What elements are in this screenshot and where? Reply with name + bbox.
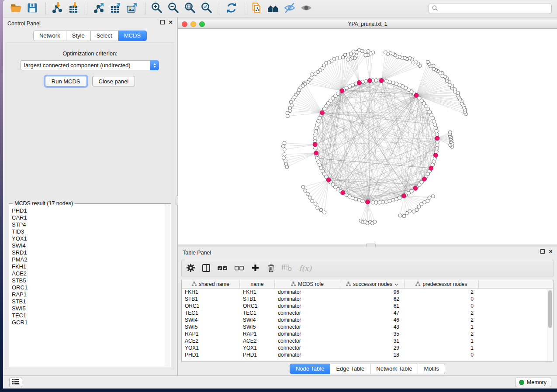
network-node[interactable]: [384, 79, 388, 83]
network-node[interactable]: [435, 146, 439, 150]
cell-name[interactable]: YOX1: [240, 344, 275, 351]
table-row[interactable]: STB1STB1dominator620: [182, 296, 547, 303]
close-panel-icon[interactable]: ×: [549, 249, 553, 254]
show-columns-button[interactable]: [202, 263, 211, 274]
dominator-node[interactable]: [340, 89, 344, 93]
dominator-node[interactable]: [429, 166, 433, 170]
open-button[interactable]: [8, 2, 23, 16]
network-node[interactable]: [435, 129, 438, 133]
tab-edge-table[interactable]: Edge Table: [330, 364, 370, 374]
mcds-result-item[interactable]: STP4: [12, 221, 163, 228]
network-node[interactable]: [313, 136, 317, 140]
cell-shared-name[interactable]: ORC1: [182, 303, 240, 309]
cell-predecessor-nodes[interactable]: 0: [405, 303, 479, 309]
refresh-button[interactable]: [224, 2, 239, 16]
network-node[interactable]: [374, 79, 378, 82]
cell-name[interactable]: TEC1: [240, 309, 275, 316]
cell-shared-name[interactable]: FKH1: [182, 289, 240, 296]
cell-shared-name[interactable]: PHD1: [182, 351, 240, 358]
cell-mcds-role[interactable]: dominator: [275, 296, 340, 303]
dominator-node[interactable]: [402, 194, 406, 198]
network-node[interactable]: [398, 214, 402, 217]
mcds-result-item[interactable]: ORC1: [12, 284, 163, 291]
network-node[interactable]: [304, 189, 307, 193]
network-node[interactable]: [316, 206, 319, 210]
network-node[interactable]: [289, 100, 293, 104]
column-header-shared-name[interactable]: shared name: [182, 280, 240, 288]
table-row[interactable]: SWI4SWI4dominator462: [182, 316, 547, 323]
dominator-node[interactable]: [314, 151, 318, 155]
network-node[interactable]: [378, 201, 381, 204]
tab-network[interactable]: Network: [33, 31, 66, 41]
network-node[interactable]: [388, 80, 391, 83]
network-node[interactable]: [398, 196, 401, 199]
network-node[interactable]: [283, 153, 286, 156]
table-row[interactable]: YOX1YOX1connector291: [182, 344, 547, 351]
dominator-node[interactable]: [414, 93, 419, 97]
network-node[interactable]: [319, 208, 323, 212]
cell-successor-nodes[interactable]: 62: [340, 296, 405, 303]
cell-shared-name[interactable]: SWI5: [182, 323, 240, 330]
dominator-node[interactable]: [357, 80, 361, 85]
network-node[interactable]: [285, 165, 289, 169]
show-all-button[interactable]: [299, 2, 314, 16]
task-history-button[interactable]: [9, 378, 22, 387]
network-node[interactable]: [314, 72, 317, 76]
maximize-window-light[interactable]: [199, 21, 205, 27]
cell-name[interactable]: SWI4: [240, 316, 275, 323]
cell-predecessor-nodes[interactable]: 1: [405, 337, 479, 344]
close-panel-button[interactable]: Close panel: [92, 76, 135, 86]
mcds-result-item[interactable]: STB1: [12, 298, 163, 305]
run-mcds-button[interactable]: Run MCDS: [45, 76, 87, 86]
network-node[interactable]: [426, 199, 429, 203]
cell-shared-name[interactable]: SWI4: [182, 316, 240, 323]
table-row[interactable]: FKH1FKH1dominator962: [182, 289, 547, 296]
cell-shared-name[interactable]: RAP1: [182, 330, 240, 337]
unselect-all-columns-button[interactable]: [235, 263, 244, 274]
column-header-predecessor-nodes[interactable]: predecessor nodes: [405, 280, 479, 288]
cell-successor-nodes[interactable]: 61: [340, 303, 405, 309]
cell-name[interactable]: PHD1: [240, 351, 275, 358]
cell-mcds-role[interactable]: connector: [275, 323, 340, 330]
dominator-node[interactable]: [413, 186, 418, 190]
network-node[interactable]: [314, 133, 317, 136]
cell-mcds-role[interactable]: dominator: [275, 289, 340, 296]
network-node[interactable]: [308, 196, 311, 199]
zoom-selected-button[interactable]: [199, 2, 214, 16]
network-node[interactable]: [384, 200, 388, 203]
network-node[interactable]: [306, 192, 309, 196]
memory-button[interactable]: Memory: [515, 378, 551, 387]
zoom-fit-button[interactable]: [183, 2, 197, 16]
zoom-in-button[interactable]: [149, 2, 164, 16]
cell-predecessor-nodes[interactable]: 2: [405, 309, 479, 316]
cell-mcds-role[interactable]: connector: [275, 344, 340, 351]
export-network-button[interactable]: [91, 2, 106, 16]
select-all-columns-button[interactable]: [218, 263, 228, 274]
cell-predecessor-nodes[interactable]: 2: [405, 289, 479, 296]
network-node[interactable]: [284, 159, 287, 162]
network-node[interactable]: [355, 50, 358, 54]
dominator-node[interactable]: [341, 190, 345, 195]
network-node[interactable]: [434, 126, 437, 130]
cell-shared-name[interactable]: YOX1: [182, 344, 240, 351]
mcds-result-item[interactable]: TEC1: [12, 312, 163, 319]
cell-name[interactable]: ACE2: [240, 337, 275, 344]
network-node[interactable]: [415, 208, 419, 212]
cell-successor-nodes[interactable]: 29: [340, 344, 405, 351]
mcds-result-item[interactable]: CAR1: [12, 214, 163, 221]
network-node[interactable]: [373, 220, 377, 224]
float-panel-icon[interactable]: [540, 249, 545, 254]
import-network-button[interactable]: [50, 2, 65, 16]
export-table-button[interactable]: [108, 2, 123, 16]
float-panel-icon[interactable]: [160, 20, 165, 24]
zoom-out-button[interactable]: [166, 2, 181, 16]
mcds-result-item[interactable]: TID3: [12, 228, 163, 235]
dominator-node[interactable]: [366, 200, 370, 204]
table-row[interactable]: ORC1ORC1dominator610: [182, 303, 547, 309]
cell-mcds-role[interactable]: connector: [275, 309, 340, 316]
mcds-result-item[interactable]: SWI4: [12, 242, 163, 249]
table-scrollbar[interactable]: [547, 289, 553, 361]
network-node[interactable]: [283, 148, 286, 151]
network-node[interactable]: [422, 200, 426, 204]
cell-mcds-role[interactable]: dominator: [275, 330, 340, 337]
